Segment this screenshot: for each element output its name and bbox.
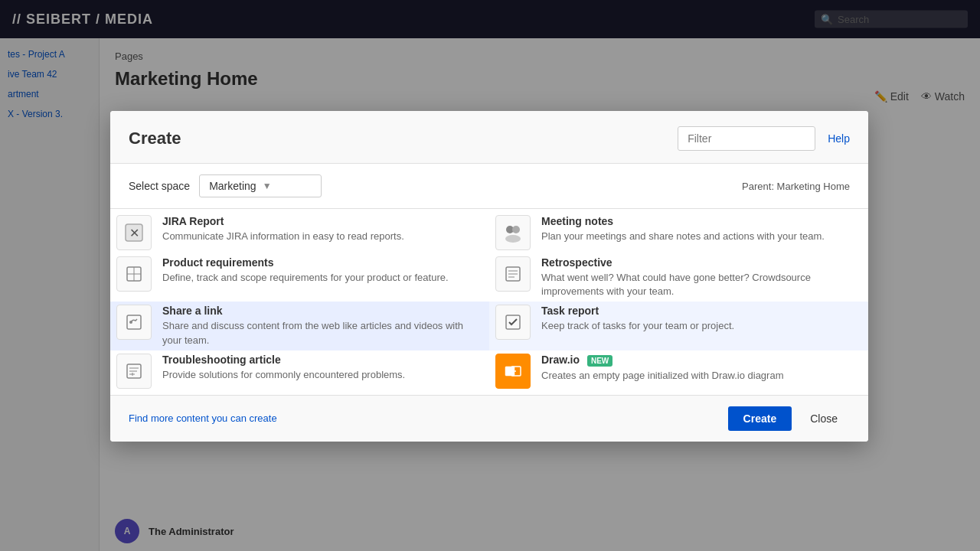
troubleshooting-desc: Provide solutions for commonly encounter… — [162, 368, 483, 382]
task-report-text: Task report Keep track of tasks for your… — [541, 305, 862, 333]
svg-text:✕: ✕ — [129, 227, 139, 240]
list-item[interactable]: ✕ JIRA Report Communicate JIRA informati… — [110, 212, 489, 253]
drawio-name: Draw.io NEW — [541, 354, 862, 367]
product-req-text: Product requirements Define, track and s… — [162, 256, 483, 285]
task-report-icon — [495, 305, 531, 340]
modal-header-right: Help — [678, 126, 850, 151]
modal-footer: Find more content you can create Create … — [110, 395, 868, 442]
drawio-icon — [495, 354, 531, 389]
task-report-desc: Keep track of tasks for your team or pro… — [541, 319, 862, 333]
template-row-1: ✕ JIRA Report Communicate JIRA informati… — [110, 212, 868, 253]
list-item[interactable]: Draw.io NEW Creates an empty page initia… — [489, 350, 868, 392]
jira-report-desc: Communicate JIRA information in easy to … — [162, 230, 483, 243]
svg-rect-12 — [127, 315, 141, 329]
space-label: Select space — [129, 180, 190, 192]
product-req-desc: Define, track and scope requirements for… — [162, 271, 483, 285]
modal-title: Create — [129, 129, 181, 148]
space-select[interactable]: Marketing ▼ — [199, 174, 322, 197]
retrospective-text: Retrospective What went well? What could… — [541, 256, 862, 298]
space-row: Select space Marketing ▼ Parent: Marketi… — [110, 164, 868, 209]
list-item[interactable]: Task report Keep track of tasks for your… — [489, 302, 868, 350]
list-item[interactable]: Meeting notes Plan your meetings and sha… — [489, 212, 868, 253]
create-modal: Create Help Select space Marketing ▼ Par… — [110, 111, 868, 442]
filter-input[interactable] — [678, 126, 815, 151]
task-report-name: Task report — [541, 305, 862, 317]
share-link-icon — [116, 305, 152, 340]
troubleshooting-name: Troubleshooting article — [162, 354, 483, 366]
create-button[interactable]: Create — [728, 406, 792, 431]
modal-header: Create Help — [110, 111, 868, 164]
find-more-link[interactable]: Find more content you can create — [129, 412, 277, 424]
help-link[interactable]: Help — [828, 132, 850, 145]
chevron-down-icon: ▼ — [263, 181, 272, 191]
template-row-4: Troubleshooting article Provide solution… — [110, 350, 868, 392]
product-req-name: Product requirements — [162, 256, 483, 269]
svg-point-3 — [512, 226, 520, 233]
troubleshooting-icon — [116, 354, 152, 389]
list-item[interactable]: Product requirements Define, track and s… — [110, 253, 489, 302]
retrospective-desc: What went well? What could have gone bet… — [541, 271, 862, 298]
drawio-text: Draw.io NEW Creates an empty page initia… — [541, 354, 862, 383]
parent-info: Parent: Marketing Home — [742, 181, 850, 192]
space-value: Marketing — [209, 180, 256, 192]
template-row-2: Product requirements Define, track and s… — [110, 253, 868, 302]
share-link-text: Share a link Share and discuss content f… — [162, 305, 483, 347]
jira-report-icon: ✕ — [116, 215, 152, 250]
jira-report-name: JIRA Report — [162, 215, 483, 227]
meeting-notes-desc: Plan your meetings and share notes and a… — [541, 230, 862, 243]
drawio-desc: Creates an empty page initialized with D… — [541, 369, 862, 383]
svg-point-13 — [129, 321, 132, 324]
close-button[interactable]: Close — [798, 406, 850, 431]
template-row-3: Share a link Share and discuss content f… — [110, 302, 868, 350]
template-list: ✕ JIRA Report Communicate JIRA informati… — [110, 209, 868, 395]
product-req-icon — [116, 256, 152, 292]
list-item[interactable]: Troubleshooting article Provide solution… — [110, 350, 489, 392]
svg-point-4 — [505, 235, 521, 243]
footer-actions: Create Close — [728, 406, 850, 431]
retrospective-icon — [495, 256, 531, 292]
jira-report-text: JIRA Report Communicate JIRA information… — [162, 215, 483, 243]
meeting-notes-text: Meeting notes Plan your meetings and sha… — [541, 215, 862, 243]
new-badge: NEW — [587, 355, 612, 367]
troubleshooting-text: Troubleshooting article Provide solution… — [162, 354, 483, 382]
share-link-desc: Share and discuss content from the web l… — [162, 319, 483, 347]
retrospective-name: Retrospective — [541, 256, 862, 269]
meeting-notes-name: Meeting notes — [541, 215, 862, 227]
list-item[interactable]: Retrospective What went well? What could… — [489, 253, 868, 302]
list-item[interactable]: Share a link Share and discuss content f… — [110, 302, 489, 350]
share-link-name: Share a link — [162, 305, 483, 317]
meeting-notes-icon — [495, 215, 531, 250]
